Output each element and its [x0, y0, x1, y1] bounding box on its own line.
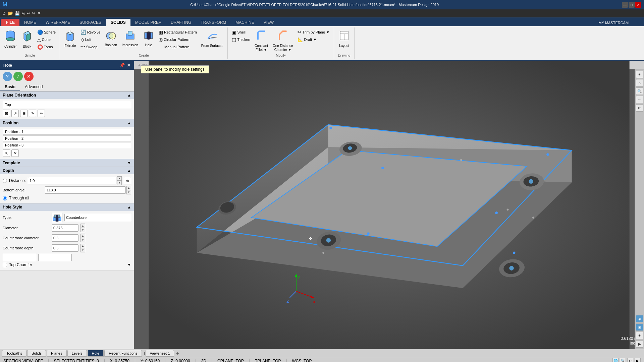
rt-btn4[interactable]: ↔ — [636, 96, 643, 103]
block-button[interactable]: Block — [20, 29, 35, 50]
qa-redo-icon[interactable]: ↪ — [32, 11, 36, 16]
status-icon2[interactable]: 🔍 — [620, 358, 626, 362]
qa-save-icon[interactable]: 💾 — [14, 11, 20, 16]
qa-print-icon[interactable]: 🖨 — [21, 11, 25, 16]
rt-btn3[interactable]: 🔍 — [636, 87, 643, 95]
tab-advanced[interactable]: Advanced — [20, 83, 47, 91]
constant-fillet-button[interactable]: ConstantFillet ▼ — [253, 29, 270, 53]
tab-home[interactable]: HOME — [19, 19, 41, 26]
cb-diameter-input[interactable] — [52, 234, 78, 242]
position-item-2[interactable]: Position - 2 — [3, 135, 131, 141]
rt-btn7[interactable]: ◉ — [636, 323, 643, 331]
impression-button[interactable]: Impression — [120, 29, 140, 48]
diam-down[interactable]: ▼ — [80, 228, 85, 232]
cbdepth-down[interactable]: ▼ — [80, 248, 85, 252]
tab-wireframe[interactable]: WIREFRAME — [41, 19, 75, 26]
template-header[interactable]: Template ▼ — [0, 159, 134, 167]
rt-btn6[interactable]: ◈ — [636, 315, 643, 322]
minimize-button[interactable]: — — [622, 2, 628, 8]
cbdepth-up[interactable]: ▲ — [80, 244, 85, 248]
help-button[interactable]: ? — [636, 20, 639, 26]
close-button[interactable]: ✕ — [635, 2, 641, 8]
maximize-button[interactable]: □ — [629, 2, 635, 8]
tab-transform[interactable]: TRANSFORM — [196, 19, 231, 26]
distance-radio[interactable] — [3, 179, 7, 183]
top-chamfer-expand-icon[interactable]: ▼ — [127, 262, 131, 267]
bottom-angle-input[interactable] — [45, 186, 126, 194]
po-icon1[interactable]: ⊟ — [3, 110, 10, 117]
top-chamfer-checkbox[interactable] — [3, 263, 7, 267]
angle-down[interactable]: ▼ — [126, 190, 131, 194]
pos-select-icon[interactable]: ↖ — [3, 149, 10, 157]
3d-model-area[interactable]: ✛ Y X Z — [134, 61, 644, 349]
distance-input[interactable] — [28, 177, 116, 184]
tab-modelprep[interactable]: MODEL PREP — [130, 19, 166, 26]
add-viewsheet-button[interactable]: + — [176, 351, 179, 356]
diameter-input[interactable] — [52, 224, 78, 232]
bottom-tab-levels[interactable]: Levels — [67, 350, 87, 357]
bottom-tab-recent[interactable]: Recent Functions — [104, 350, 142, 357]
pos-clear-icon[interactable]: ✕ — [11, 149, 19, 157]
my-mastercam-button[interactable]: MY MASTERCAM — [595, 19, 633, 26]
cbd-up[interactable]: ▲ — [80, 234, 85, 238]
cbd-down[interactable]: ▼ — [80, 238, 85, 242]
plane-orientation-input[interactable] — [3, 101, 131, 108]
rt-btn2[interactable]: ⌂ — [636, 79, 643, 86]
panel-pin-icon[interactable]: 📌 — [119, 63, 125, 68]
position-item-1[interactable]: Position - 1 — [3, 129, 131, 135]
hole-button[interactable]: Hole — [141, 29, 156, 48]
distance-up[interactable]: ▲ — [117, 176, 122, 181]
bottom-tab-solids[interactable]: Solids — [27, 350, 46, 357]
tab-basic[interactable]: Basic — [0, 83, 20, 91]
rt-btn5[interactable]: ⟳ — [636, 104, 643, 112]
tab-view[interactable]: VIEW — [259, 19, 279, 26]
panel-close-icon[interactable]: ✕ — [127, 63, 130, 68]
panel-cancel-button[interactable]: ✕ — [24, 72, 34, 81]
rt-btn8[interactable]: ✦ — [636, 332, 643, 339]
qa-undo-icon[interactable]: ↩ — [27, 11, 31, 16]
po-icon2[interactable]: ↗ — [11, 110, 19, 117]
shell-button[interactable]: ▣ Shell — [230, 29, 252, 36]
position-header[interactable]: Position ▲ — [0, 119, 134, 127]
rt-btn9[interactable]: ▶ — [636, 340, 643, 348]
sphere-button[interactable]: 🔵 Sphere — [36, 29, 57, 36]
tab-file[interactable]: FILE — [1, 19, 19, 26]
po-icon5[interactable]: ✏ — [38, 110, 45, 117]
one-distance-chamfer-button[interactable]: One DistanceChamfer ▼ — [271, 29, 295, 53]
depth-header[interactable]: Depth ▲ — [0, 167, 134, 174]
cone-button[interactable]: △ Cone — [36, 36, 57, 43]
bottom-tab-hole[interactable]: Hole — [88, 350, 104, 357]
qa-open-icon[interactable]: 📂 — [8, 11, 13, 16]
extrude-button[interactable]: Extrude — [63, 29, 77, 49]
distance-down[interactable]: ▼ — [117, 181, 122, 185]
panel-ok-button[interactable]: ✓ — [13, 72, 23, 81]
layout-button[interactable]: Layout — [337, 29, 352, 49]
diam-up[interactable]: ▲ — [80, 224, 85, 228]
qa-new-icon[interactable]: 🗋 — [2, 11, 6, 16]
po-icon3[interactable]: ⊞ — [20, 110, 28, 117]
tab-drafting[interactable]: DRAFTING — [166, 19, 196, 26]
viewsheet-tab[interactable]: Viewsheet 1 — [146, 350, 174, 357]
manual-pattern-button[interactable]: ⋮ Manual Pattern — [157, 44, 198, 50]
draft-button[interactable]: 📐 Draft ▼ — [296, 36, 331, 43]
tab-machine[interactable]: MACHINE — [231, 19, 259, 26]
extra-field2[interactable] — [38, 254, 72, 261]
tab-surfaces[interactable]: SURFACES — [75, 19, 106, 26]
cylinder-button[interactable]: Cylinder — [3, 29, 18, 50]
status-icon4[interactable]: ▶ — [635, 358, 641, 362]
tab-solids[interactable]: SOLIDS — [106, 19, 130, 26]
cb-depth-input[interactable] — [52, 244, 78, 252]
bottom-tab-planes[interactable]: Planes — [47, 350, 67, 357]
hole-style-header[interactable]: Hole Style ▲ — [0, 203, 134, 211]
rectangular-pattern-button[interactable]: ▦ Rectangular Pattern — [157, 29, 198, 36]
qa-dropdown-icon[interactable]: ▼ — [37, 11, 41, 16]
distance-calc-icon[interactable]: ⊕ — [124, 177, 131, 184]
loft-button[interactable]: ◇ Loft — [79, 36, 102, 43]
trim-by-plane-button[interactable]: ✂ Trim by Plane ▼ — [296, 29, 331, 36]
sweep-button[interactable]: 〰 Sweep — [79, 44, 102, 50]
status-icon3[interactable]: ⊙ — [627, 358, 633, 362]
through-all-radio[interactable] — [3, 196, 7, 200]
revolve-button[interactable]: 🔄 Revolve — [79, 29, 102, 36]
circular-pattern-button[interactable]: ◎ Circular Pattern — [157, 36, 198, 43]
extra-field1[interactable] — [3, 254, 36, 261]
